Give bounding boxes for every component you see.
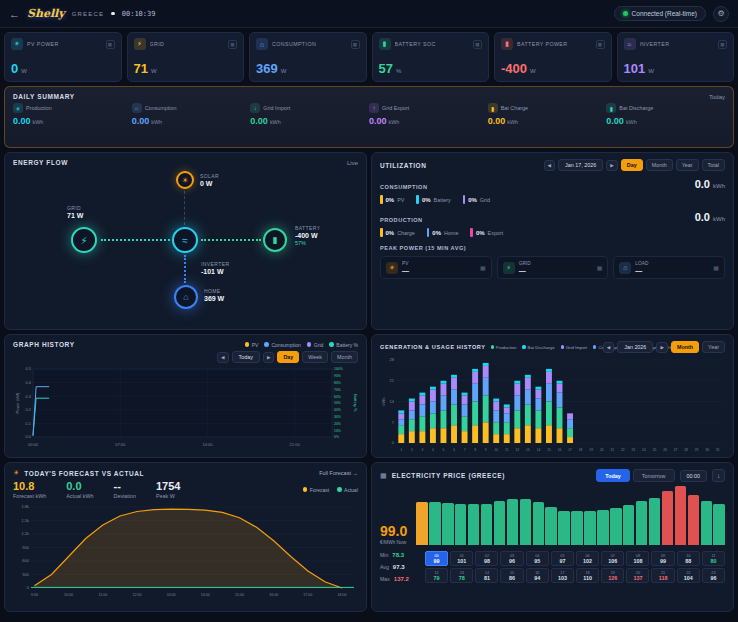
peak-tile-pv[interactable]: ☀PV—▦ [380, 256, 492, 279]
price-cell-hour-09[interactable]: 0999 [651, 551, 674, 566]
price-cell-hour-20[interactable]: 20137 [626, 568, 649, 583]
svg-text:00:00: 00:00 [28, 442, 39, 447]
graph-history-range-week[interactable]: Week [302, 351, 328, 363]
kpi-detail-icon[interactable]: ▦ [228, 40, 237, 49]
full-forecast-link[interactable]: Full Forecast → [319, 470, 358, 476]
price-time-chip: 00:00 [680, 470, 708, 482]
svg-text:07:00: 07:00 [115, 442, 126, 447]
kpi-card-battery-soc[interactable]: ▮BATTERY SOC▦57% [372, 32, 490, 82]
price-cell-hour-01[interactable]: 01101 [450, 551, 473, 566]
solar-node[interactable]: ☀ [176, 171, 194, 189]
price-cell-hour-15[interactable]: 1586 [500, 568, 523, 583]
summary-stat-consumption: ⌂Consumption0.00kWh [132, 103, 251, 126]
mini-chart-icon[interactable]: ▦ [597, 264, 603, 271]
generation-legend-production[interactable]: Production [491, 345, 517, 350]
arrow_down-icon: ↓ [250, 103, 260, 113]
generation-range-month[interactable]: Month [671, 341, 699, 353]
graph-history-range-day[interactable]: Day [277, 351, 299, 363]
price-cell-hour-04[interactable]: 0495 [526, 551, 549, 566]
svg-text:9: 9 [485, 448, 487, 452]
download-icon[interactable]: ↓ [712, 469, 725, 482]
generation-legend-grid-import[interactable]: Grid Import [561, 345, 588, 350]
graph-history-legend-pv[interactable]: PV [245, 342, 259, 348]
price-cell-hour-10[interactable]: 1088 [677, 551, 700, 566]
price-cell-hour-03[interactable]: 0396 [500, 551, 523, 566]
kpi-label: GRID [150, 41, 225, 47]
utilization-date-chip[interactable]: Jan 17, 2026 [558, 159, 603, 171]
back-button[interactable]: ← [9, 8, 20, 20]
kpi-card-inverter[interactable]: ≈INVERTER▦101W [617, 32, 735, 82]
price-cell-hour-16[interactable]: 1694 [526, 568, 549, 583]
price-cell-hour-00[interactable]: 0099 [425, 551, 448, 566]
kpi-card-battery-power[interactable]: ▮BATTERY POWER▦-400W [494, 32, 612, 82]
settings-gear-icon[interactable]: ⚙ [713, 6, 729, 22]
kpi-detail-icon[interactable]: ▦ [718, 40, 727, 49]
consumption-share-battery: 0%Battery [416, 195, 450, 204]
price-bar-hour-02 [442, 503, 453, 545]
price-cell-hour-13[interactable]: 1378 [450, 568, 473, 583]
kpi-detail-icon[interactable]: ▦ [473, 40, 482, 49]
kpi-detail-icon[interactable]: ▦ [351, 40, 360, 49]
graph-history-legend-grid[interactable]: Grid [307, 342, 323, 348]
kpi-detail-icon[interactable]: ▦ [106, 40, 115, 49]
mini-chart-icon[interactable]: ▦ [480, 264, 486, 271]
graph-history-legend: PVConsumptionGridBattery % [245, 342, 358, 348]
utilization-range-total[interactable]: Total [702, 159, 725, 171]
price-cell-hour-05[interactable]: 0597 [551, 551, 574, 566]
inverter-node[interactable]: ≈ [172, 227, 198, 253]
price-cell-hour-02[interactable]: 0298 [475, 551, 498, 566]
svg-text:0.4: 0.4 [25, 380, 31, 385]
peak-tile-grid[interactable]: ⚡GRID—▦ [497, 256, 609, 279]
kpi-card-consumption[interactable]: ⌂CONSUMPTION▦369W [249, 32, 367, 82]
kpi-value: 57% [379, 61, 483, 76]
sun-icon: ☀ [13, 103, 23, 113]
generation-range-year[interactable]: Year [702, 341, 725, 353]
price-cell-hour-21[interactable]: 21118 [651, 568, 674, 583]
price-cell-hour-11[interactable]: 1180 [702, 551, 725, 566]
utilization-range-day[interactable]: Day [621, 159, 643, 171]
price-tab-today[interactable]: Today [596, 469, 629, 482]
graph-history-range-month[interactable]: Month [331, 351, 358, 363]
price-cell-hour-06[interactable]: 06102 [576, 551, 599, 566]
price-cell-hour-12[interactable]: 1279 [425, 568, 448, 583]
svg-text:25: 25 [653, 448, 657, 452]
generation-prev-button[interactable]: ◀ [603, 342, 615, 353]
svg-text:Battery %: Battery % [353, 394, 358, 412]
price-cell-hour-07[interactable]: 07106 [601, 551, 624, 566]
generation-next-button[interactable]: ▶ [656, 342, 668, 353]
price-tab-tomorrow[interactable]: Tomorrow [633, 469, 675, 482]
forecast-legend-actual[interactable]: Actual [337, 487, 358, 493]
graph-history-legend-battery[interactable]: Battery % [329, 342, 358, 348]
generation-legend-bat-discharge[interactable]: Bat Discharge [522, 345, 554, 350]
price-cell-hour-19[interactable]: 19126 [601, 568, 624, 583]
grid-node[interactable]: ⚡ [71, 227, 97, 253]
price-cell-hour-17[interactable]: 17103 [551, 568, 574, 583]
utilization-next-button[interactable]: ▶ [606, 160, 618, 171]
price-cell-hour-14[interactable]: 1481 [475, 568, 498, 583]
utilization-range-year[interactable]: Year [676, 159, 699, 171]
battery-node[interactable]: ▮ [263, 228, 287, 252]
kpi-detail-icon[interactable]: ▦ [596, 40, 605, 49]
graph-history-legend-consumption[interactable]: Consumption [264, 342, 300, 348]
generation-date-chip[interactable]: Jan 2026 [617, 341, 653, 353]
graph-history-date-chip[interactable]: Today [232, 351, 260, 363]
kpi-number: 369 [256, 61, 278, 76]
price-avg-stat: Avg97.3 [380, 564, 418, 570]
mini-chart-icon[interactable]: ▦ [713, 264, 719, 271]
svg-text:0: 0 [27, 585, 30, 590]
kpi-card-pv-power[interactable]: ☀PV POWER▦0W [4, 32, 122, 82]
svg-text:5: 5 [443, 448, 445, 452]
price-cell-hour-18[interactable]: 18110 [576, 568, 599, 583]
graph-history-prev-button[interactable]: ◀ [217, 352, 229, 363]
graph-history-next-button[interactable]: ▶ [263, 352, 275, 363]
forecast-legend-forecast[interactable]: Forecast [303, 487, 329, 493]
utilization-range-month[interactable]: Month [646, 159, 673, 171]
sun-icon: ☀ [13, 469, 19, 477]
price-cell-hour-08[interactable]: 08108 [626, 551, 649, 566]
peak-tile-load[interactable]: ⌂LOAD—▦ [613, 256, 725, 279]
price-cell-hour-23[interactable]: 2396 [702, 568, 725, 583]
price-cell-hour-22[interactable]: 22104 [677, 568, 700, 583]
utilization-prev-button[interactable]: ◀ [544, 160, 556, 171]
home-node[interactable]: ⌂ [174, 285, 198, 309]
kpi-card-grid[interactable]: ⚡GRID▦71W [127, 32, 245, 82]
